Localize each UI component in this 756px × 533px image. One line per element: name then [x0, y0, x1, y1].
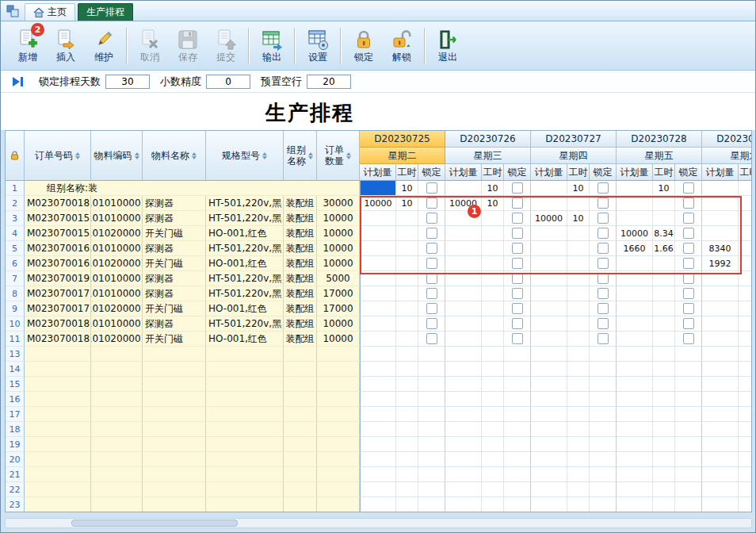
schedule-qty-cell[interactable]: 10000 [617, 226, 653, 241]
schedule-qty-cell[interactable] [360, 392, 396, 407]
schedule-hours-cell[interactable] [482, 362, 504, 377]
cell-material-name[interactable] [143, 347, 206, 362]
schedule-hours-cell[interactable] [739, 196, 752, 211]
subheader-planned-qty[interactable]: 计划量 [702, 164, 739, 181]
schedule-lock-cell[interactable] [590, 362, 617, 377]
schedule-lock-cell[interactable] [418, 256, 445, 271]
schedule-qty-cell[interactable] [445, 452, 482, 467]
row-number[interactable]: 14 [6, 362, 25, 377]
lock-checkbox[interactable] [426, 243, 437, 254]
row-number[interactable]: 11 [6, 332, 25, 347]
schedule-lock-cell[interactable] [590, 181, 617, 196]
date-header-D20230729[interactable]: D20230729 [702, 131, 752, 148]
schedule-lock-cell[interactable] [504, 392, 531, 407]
schedule-hours-cell[interactable] [396, 482, 418, 497]
schedule-lock-cell[interactable] [418, 347, 445, 362]
scrollbar-thumb[interactable] [71, 520, 238, 527]
cell-order-no[interactable]: M023070018 [25, 196, 91, 211]
row-number[interactable]: 9 [6, 301, 25, 316]
schedule-lock-cell[interactable] [675, 422, 702, 437]
toolbar-button-insert[interactable]: 插入 [47, 24, 85, 68]
schedule-hours-cell[interactable] [739, 241, 752, 256]
schedule-lock-cell[interactable] [504, 256, 531, 271]
cell-material-code[interactable] [91, 392, 143, 407]
schedule-hours-cell[interactable] [396, 422, 418, 437]
lock-checkbox[interactable] [426, 213, 437, 224]
cell-material-name[interactable] [143, 392, 206, 407]
schedule-lock-cell[interactable] [418, 377, 445, 392]
schedule-qty-cell[interactable] [360, 497, 396, 512]
column-header-order-qty[interactable]: 订单 数量 [317, 131, 360, 181]
schedule-hours-cell[interactable] [739, 392, 752, 407]
schedule-hours-cell[interactable] [739, 422, 752, 437]
row-number[interactable]: 7 [6, 271, 25, 286]
schedule-qty-cell[interactable] [617, 196, 653, 211]
schedule-hours-cell[interactable] [739, 332, 752, 347]
subheader-planned-qty[interactable]: 计划量 [445, 164, 482, 181]
schedule-qty-cell[interactable] [360, 347, 396, 362]
schedule-lock-cell[interactable] [590, 437, 617, 452]
cell-material-code[interactable]: 1010100001 [91, 196, 143, 211]
schedule-lock-cell[interactable] [418, 407, 445, 422]
cell-material-name[interactable]: 开关门磁 [143, 226, 206, 241]
schedule-hours-cell[interactable] [739, 362, 752, 377]
schedule-qty-cell[interactable] [445, 332, 482, 347]
schedule-hours-cell[interactable] [653, 347, 675, 362]
schedule-hours-cell[interactable] [653, 377, 675, 392]
cell-order-no[interactable]: M023070015 [25, 226, 91, 241]
schedule-lock-cell[interactable] [504, 226, 531, 241]
cell-material-code[interactable]: 1010200001 [91, 256, 143, 271]
cell-order-no[interactable] [25, 362, 91, 377]
schedule-qty-cell[interactable] [702, 226, 739, 241]
schedule-qty-cell[interactable] [531, 377, 567, 392]
schedule-hours-cell[interactable] [482, 482, 504, 497]
schedule-qty-cell[interactable] [445, 226, 482, 241]
cell-order-no[interactable] [25, 377, 91, 392]
tab-home[interactable]: 主页 [25, 3, 75, 21]
cell-order-no[interactable] [25, 407, 91, 422]
schedule-qty-cell[interactable] [360, 211, 396, 226]
schedule-qty-cell[interactable] [360, 452, 396, 467]
cell-order-no[interactable]: M023070018 [25, 316, 91, 332]
subheader-lock[interactable]: 锁定 [590, 164, 617, 181]
lock-checkbox[interactable] [426, 273, 437, 284]
schedule-qty-cell[interactable] [360, 377, 396, 392]
schedule-qty-cell[interactable] [445, 407, 482, 422]
schedule-hours-cell[interactable] [396, 316, 418, 332]
cell-order-qty[interactable]: 10000 [317, 256, 360, 271]
cell-order-qty[interactable] [317, 452, 360, 467]
schedule-hours-cell[interactable] [653, 196, 675, 211]
cell-group-name[interactable]: 装配组 [284, 301, 317, 316]
cell-order-qty[interactable] [317, 467, 360, 482]
column-header-material-name[interactable]: 物料名称 [143, 131, 206, 181]
row-number[interactable]: 6 [6, 256, 25, 271]
schedule-qty-cell[interactable] [531, 332, 567, 347]
cell-material-name[interactable] [143, 467, 206, 482]
cell-group-name[interactable] [284, 437, 317, 452]
schedule-qty-cell[interactable] [531, 226, 567, 241]
cell-material-code[interactable] [91, 437, 143, 452]
cell-spec-model[interactable]: HT-501,220v,黑 [206, 286, 284, 301]
subheader-lock[interactable]: 锁定 [675, 164, 702, 181]
lock-checkbox[interactable] [512, 318, 523, 329]
lock-checkbox[interactable] [426, 318, 437, 329]
cell-order-qty[interactable] [317, 407, 360, 422]
schedule-lock-cell[interactable] [418, 467, 445, 482]
cell-material-code[interactable] [91, 452, 143, 467]
schedule-hours-cell[interactable] [396, 407, 418, 422]
schedule-qty-cell[interactable] [531, 497, 567, 512]
schedule-hours-cell[interactable] [567, 467, 590, 482]
schedule-lock-cell[interactable] [590, 497, 617, 512]
cell-material-code[interactable] [91, 422, 143, 437]
schedule-lock-cell[interactable] [418, 497, 445, 512]
cell-material-code[interactable]: 1010200001 [91, 226, 143, 241]
schedule-hours-cell[interactable] [739, 256, 752, 271]
schedule-qty-cell[interactable] [360, 332, 396, 347]
cell-group-name[interactable] [284, 407, 317, 422]
schedule-qty-cell[interactable] [617, 482, 653, 497]
schedule-qty-cell[interactable] [617, 316, 653, 332]
schedule-qty-cell[interactable] [445, 347, 482, 362]
schedule-qty-cell[interactable] [531, 467, 567, 482]
schedule-hours-cell[interactable] [653, 407, 675, 422]
cell-order-qty[interactable]: 17000 [317, 301, 360, 316]
